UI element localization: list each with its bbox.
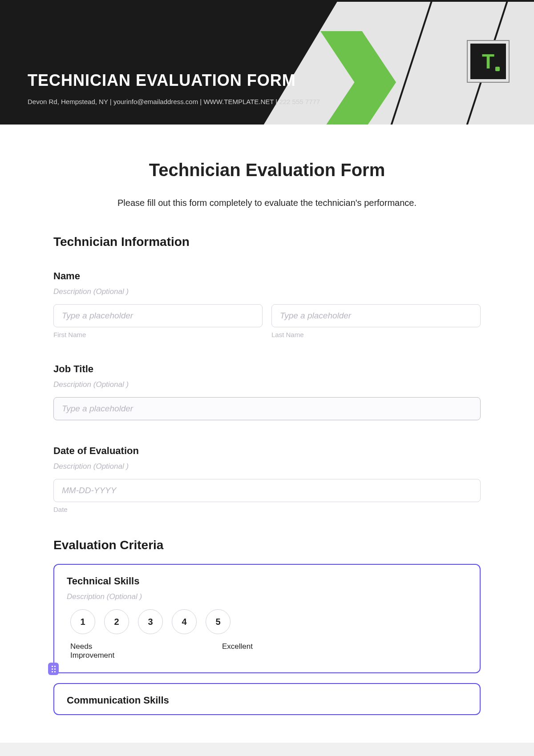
rating-card-technical-skills[interactable]: Technical Skills Description (Optional )… <box>53 564 481 673</box>
rating-3-button[interactable]: 3 <box>138 609 163 634</box>
date-input[interactable] <box>53 479 481 502</box>
drag-handle-icon[interactable] <box>48 663 59 675</box>
field-date: Date of Evaluation Description (Optional… <box>53 445 481 513</box>
rating-1-button[interactable]: 1 <box>70 609 95 634</box>
scale-high-label: Excellent <box>222 642 253 660</box>
logo: T <box>467 40 510 83</box>
rating-4-button[interactable]: 4 <box>172 609 197 634</box>
rating-5-button[interactable]: 5 <box>206 609 231 634</box>
label-technical-skills: Technical Skills <box>67 575 467 587</box>
label-communication-skills: Communication Skills <box>67 695 467 706</box>
form-body: Technician Evaluation Form Please fill o… <box>0 125 534 743</box>
label-name: Name <box>53 270 481 282</box>
banner-subline: Devon Rd, Hempstead, NY | yourinfo@email… <box>28 98 320 105</box>
desc-date: Description (Optional ) <box>53 462 481 471</box>
section-technician-info: Technician Information <box>53 235 481 249</box>
rating-2-button[interactable]: 2 <box>104 609 129 634</box>
sublabel-last-name: Last Name <box>271 331 481 338</box>
banner-title: TECHNICIAN EVALUATION FORM <box>28 71 296 90</box>
sublabel-date: Date <box>53 506 481 513</box>
desc-technical-skills: Description (Optional ) <box>67 592 467 601</box>
diagonal-line <box>383 0 437 125</box>
header-banner: T TECHNICIAN EVALUATION FORM Devon Rd, H… <box>0 0 534 125</box>
desc-name: Description (Optional ) <box>53 287 481 296</box>
label-job-title: Job Title <box>53 363 481 375</box>
chevron-icon <box>320 31 396 125</box>
last-name-input[interactable] <box>271 304 481 327</box>
sublabel-first-name: First Name <box>53 331 263 338</box>
field-job-title: Job Title Description (Optional ) <box>53 363 481 420</box>
logo-letter: T <box>482 49 494 73</box>
field-name: Name Description (Optional ) First Name … <box>53 270 481 338</box>
section-evaluation-criteria: Evaluation Criteria <box>53 538 481 552</box>
rating-card-communication-skills[interactable]: Communication Skills <box>53 683 481 715</box>
form-title: Technician Evaluation Form <box>53 160 481 180</box>
desc-job-title: Description (Optional ) <box>53 380 481 389</box>
banner-dark-shape <box>0 0 338 125</box>
job-title-input[interactable] <box>53 397 481 420</box>
scale-low-label: Needs Improvement <box>70 642 133 660</box>
form-intro: Please fill out this form completely to … <box>53 198 481 208</box>
logo-dot-icon <box>495 67 500 71</box>
rating-scale: 1 2 3 4 5 <box>70 609 467 634</box>
label-date: Date of Evaluation <box>53 445 481 457</box>
first-name-input[interactable] <box>53 304 263 327</box>
